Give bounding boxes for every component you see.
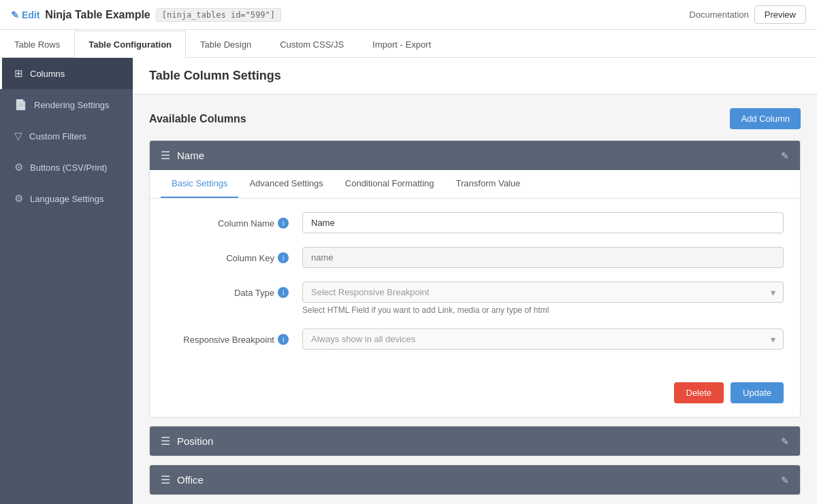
responsive-breakpoint-info-icon[interactable]: i [278,334,289,345]
header-left: ✎ Edit Ninja Table Example [ninja_tables… [11,8,281,22]
sidebar: ⊞ Columns 📄 Rendering Settings ▽ Custom … [0,58,133,504]
sidebar-item-columns-label: Columns [30,69,65,79]
preview-button[interactable]: Preview [754,5,806,24]
content-area: Available Columns Add Column ☰ Name ✎ Ba… [133,95,817,504]
sidebar-item-rendering-settings[interactable]: 📄 Rendering Settings [0,89,133,120]
sidebar-item-buttons-label: Buttons (CSV/Print) [30,163,107,173]
data-type-label-text: Data Type i [166,282,302,298]
available-columns-title: Available Columns [149,113,246,125]
form-actions: Delete Update [150,377,800,417]
column-card-office: ☰ Office ✎ [149,465,801,495]
position-name-label: ☰ Position [161,435,213,448]
tab-table-design[interactable]: Table Design [186,31,266,58]
responsive-breakpoint-control: Always show in all devices Hide on mobil… [302,329,784,350]
buttons-icon: ⚙ [14,161,23,173]
sidebar-item-rendering-label: Rendering Settings [34,100,110,110]
tab-conditional-formatting[interactable]: Conditional Formatting [334,170,445,198]
data-type-control: Select Responsive Breakpoint Select HTML… [302,282,784,315]
app-title: Ninja Table Example [45,9,150,21]
main-content: Table Column Settings Available Columns … [133,58,817,504]
edit-position-icon[interactable]: ✎ [781,436,789,447]
sidebar-item-buttons[interactable]: ⚙ Buttons (CSV/Print) [0,152,133,183]
column-name-text: Name [177,150,204,161]
column-header-name[interactable]: ☰ Name ✎ [150,141,800,170]
columns-icon: ⊞ [14,67,23,80]
column-key-input[interactable] [302,247,784,268]
tab-table-rows[interactable]: Table Rows [0,31,74,58]
column-name-input[interactable] [302,212,784,233]
sidebar-item-columns[interactable]: ⊞ Columns [0,58,133,89]
page-title-bar: Table Column Settings [133,58,817,95]
drag-handle-icon: ☰ [161,149,170,162]
data-type-hint: Select HTML Field if you want to add Lin… [302,305,784,315]
sidebar-item-custom-filters[interactable]: ▽ Custom Filters [0,120,133,152]
form-row-column-key: Column Key i [166,247,784,268]
language-icon: ⚙ [14,192,23,205]
tab-bar: Table Rows Table Configuration Table Des… [0,30,817,58]
tab-table-configuration[interactable]: Table Configuration [74,31,186,58]
header-right: Documentation Preview [689,5,806,24]
office-name-text: Office [177,474,204,486]
tab-advanced-settings[interactable]: Advanced Settings [238,170,334,198]
column-key-info-icon[interactable]: i [278,252,289,263]
sidebar-item-filters-label: Custom Filters [29,131,86,141]
column-card-name: ☰ Name ✎ Basic Settings Advanced Setting… [149,140,801,418]
sidebar-item-language-label: Language Settings [30,194,103,204]
column-name-label: ☰ Name [161,149,204,162]
inner-tab-bar: Basic Settings Advanced Settings Conditi… [150,170,800,199]
page-title: Table Column Settings [149,69,801,83]
tab-custom-css-js[interactable]: Custom CSS/JS [266,31,358,58]
edit-column-icon[interactable]: ✎ [781,150,789,161]
tab-transform-value[interactable]: Transform Value [445,170,532,198]
column-key-control [302,247,784,268]
shortcode-badge: [ninja_tables id="599"] [156,8,281,22]
form-row-column-name: Column Name i [166,212,784,233]
data-type-info-icon[interactable]: i [278,287,289,298]
edit-button[interactable]: ✎ Edit [11,10,39,20]
main-layout: ⊞ Columns 📄 Rendering Settings ▽ Custom … [0,58,817,504]
column-header-position[interactable]: ☰ Position ✎ [150,426,800,456]
drag-handle-position-icon: ☰ [161,435,170,448]
responsive-breakpoint-select-wrapper: Always show in all devices Hide on mobil… [302,329,784,350]
tab-basic-settings[interactable]: Basic Settings [161,170,238,198]
responsive-breakpoint-label-text: Responsive Breakpoint i [166,329,302,345]
column-header-office[interactable]: ☰ Office ✎ [150,465,800,494]
position-name-text: Position [177,435,213,447]
form-row-responsive-breakpoint: Responsive Breakpoint i Always show in a… [166,329,784,350]
edit-office-icon[interactable]: ✎ [781,475,789,486]
app-header: ✎ Edit Ninja Table Example [ninja_tables… [0,0,817,30]
add-column-button[interactable]: Add Column [730,108,801,129]
column-key-label-text: Column Key i [166,247,302,263]
column-name-control [302,212,784,233]
office-name-label: ☰ Office [161,473,204,486]
column-name-info-icon[interactable]: i [278,218,289,229]
column-card-position: ☰ Position ✎ [149,426,801,456]
documentation-button[interactable]: Documentation [689,10,748,20]
column-name-label-text: Column Name i [166,212,302,229]
update-button[interactable]: Update [731,382,784,403]
tab-import-export[interactable]: Import - Export [358,31,445,58]
rendering-icon: 📄 [14,99,27,111]
data-type-select-wrapper: Select Responsive Breakpoint [302,282,784,303]
form-row-data-type: Data Type i Select Responsive Breakpoint… [166,282,784,315]
responsive-breakpoint-select[interactable]: Always show in all devices Hide on mobil… [302,329,784,350]
column-form: Column Name i Column Key i [150,199,800,377]
data-type-select[interactable]: Select Responsive Breakpoint [302,282,784,303]
drag-handle-office-icon: ☰ [161,473,170,486]
delete-button[interactable]: Delete [674,382,724,403]
section-header: Available Columns Add Column [149,108,801,129]
sidebar-item-language-settings[interactable]: ⚙ Language Settings [0,183,133,214]
filters-icon: ▽ [14,130,22,142]
